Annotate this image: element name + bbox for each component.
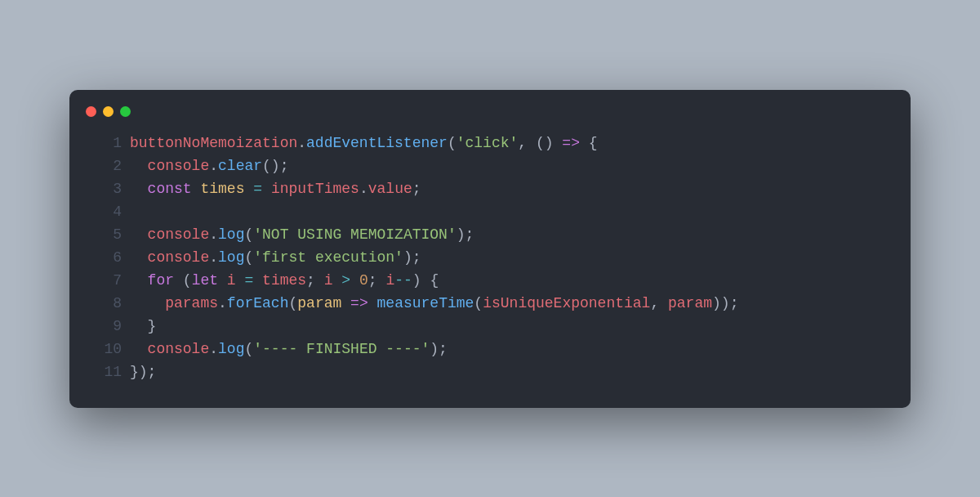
token: params xyxy=(165,295,218,311)
token: ( xyxy=(448,135,457,151)
token: log xyxy=(218,249,244,266)
line-number: 1 xyxy=(94,132,130,154)
token: = xyxy=(253,181,262,197)
token xyxy=(333,272,342,289)
code-line: 11}); xyxy=(94,360,886,383)
token: ); xyxy=(403,249,421,266)
code-line: 4 xyxy=(94,200,886,223)
token xyxy=(130,341,148,357)
line-number: 3 xyxy=(94,177,130,200)
token: addEventListener xyxy=(306,135,448,151)
token: 0 xyxy=(359,272,368,289)
token: '---- FINISHED ----' xyxy=(253,341,430,357)
token: ( xyxy=(174,272,192,289)
code-content: console.log('NOT USING MEMOIZATION'); xyxy=(130,223,886,246)
token: 'NOT USING MEMOIZATION' xyxy=(253,226,456,243)
token: 'click' xyxy=(457,135,519,151)
token xyxy=(130,181,148,197)
stage: 1buttonNoMemoization.addEventListener('c… xyxy=(0,0,980,497)
token xyxy=(218,272,227,289)
maximize-icon[interactable] xyxy=(120,106,131,117)
token: log xyxy=(218,341,244,357)
token: { xyxy=(580,135,598,151)
token: ) { xyxy=(412,272,439,289)
token: i xyxy=(324,272,333,289)
token: ; xyxy=(368,272,386,289)
token xyxy=(130,158,148,174)
token xyxy=(130,295,165,311)
token: ( xyxy=(244,249,253,266)
token: , () xyxy=(518,135,562,151)
token: }); xyxy=(130,364,156,380)
code-content: buttonNoMemoization.addEventListener('cl… xyxy=(130,132,886,154)
token: buttonNoMemoization xyxy=(130,135,297,151)
token: const xyxy=(148,181,192,197)
code-content: for (let i = times; i > 0; i--) { xyxy=(130,269,886,292)
token: . xyxy=(209,249,218,266)
token: ( xyxy=(244,226,253,243)
token: let xyxy=(192,272,218,289)
minimize-icon[interactable] xyxy=(103,106,114,117)
code-content: } xyxy=(130,315,886,338)
close-icon[interactable] xyxy=(86,106,96,117)
token: value xyxy=(368,181,412,197)
token: for xyxy=(148,272,174,289)
token xyxy=(244,181,253,197)
token: ; xyxy=(306,272,324,289)
line-number: 2 xyxy=(94,154,130,177)
token xyxy=(262,181,271,197)
token: )); xyxy=(712,295,738,311)
token xyxy=(236,272,245,289)
token: times xyxy=(262,272,306,289)
code-content: console.clear(); xyxy=(130,154,886,177)
token: i xyxy=(227,272,236,289)
code-content xyxy=(130,200,886,223)
token: ( xyxy=(288,295,297,311)
code-line: 1buttonNoMemoization.addEventListener('c… xyxy=(94,132,886,154)
token xyxy=(130,226,148,243)
code-line: 5 console.log('NOT USING MEMOIZATION'); xyxy=(94,223,886,246)
token: times xyxy=(200,181,244,197)
token xyxy=(350,272,359,289)
token: ; xyxy=(412,181,421,197)
token: = xyxy=(244,272,253,289)
code-area[interactable]: 1buttonNoMemoization.addEventListener('c… xyxy=(69,132,911,383)
token: } xyxy=(130,318,156,334)
token: . xyxy=(297,135,306,151)
line-number: 8 xyxy=(94,292,130,315)
token: clear xyxy=(218,158,262,174)
token: ); xyxy=(457,226,474,243)
line-number: 11 xyxy=(94,360,130,383)
code-content: }); xyxy=(130,360,886,383)
token xyxy=(130,249,148,266)
line-number: 5 xyxy=(94,223,130,246)
token: . xyxy=(209,341,218,357)
token: isUniqueExponential xyxy=(483,295,650,311)
token: , xyxy=(650,295,668,311)
token: > xyxy=(341,272,350,289)
token xyxy=(341,295,350,311)
token: => xyxy=(350,295,368,311)
code-content: console.log('first execution'); xyxy=(130,246,886,269)
token: (); xyxy=(262,158,288,174)
code-line: 7 for (let i = times; i > 0; i--) { xyxy=(94,269,886,292)
token: measureTime xyxy=(377,295,474,311)
token: console xyxy=(148,341,210,357)
code-line: 10 console.log('---- FINISHED ----'); xyxy=(94,338,886,360)
line-number: 7 xyxy=(94,269,130,292)
token: log xyxy=(218,226,244,243)
token: ( xyxy=(244,341,253,357)
token: console xyxy=(148,158,210,174)
token: forEach xyxy=(227,295,289,311)
code-content: params.forEach(param => measureTime(isUn… xyxy=(130,292,886,315)
code-line: 6 console.log('first execution'); xyxy=(94,246,886,269)
token: console xyxy=(148,226,210,243)
token: param xyxy=(668,295,712,311)
line-number: 6 xyxy=(94,246,130,269)
code-line: 9 } xyxy=(94,315,886,338)
token: . xyxy=(209,226,218,243)
code-line: 3 const times = inputTimes.value; xyxy=(94,177,886,200)
token: . xyxy=(359,181,368,197)
code-editor-window: 1buttonNoMemoization.addEventListener('c… xyxy=(69,90,911,408)
code-content: const times = inputTimes.value; xyxy=(130,177,886,200)
